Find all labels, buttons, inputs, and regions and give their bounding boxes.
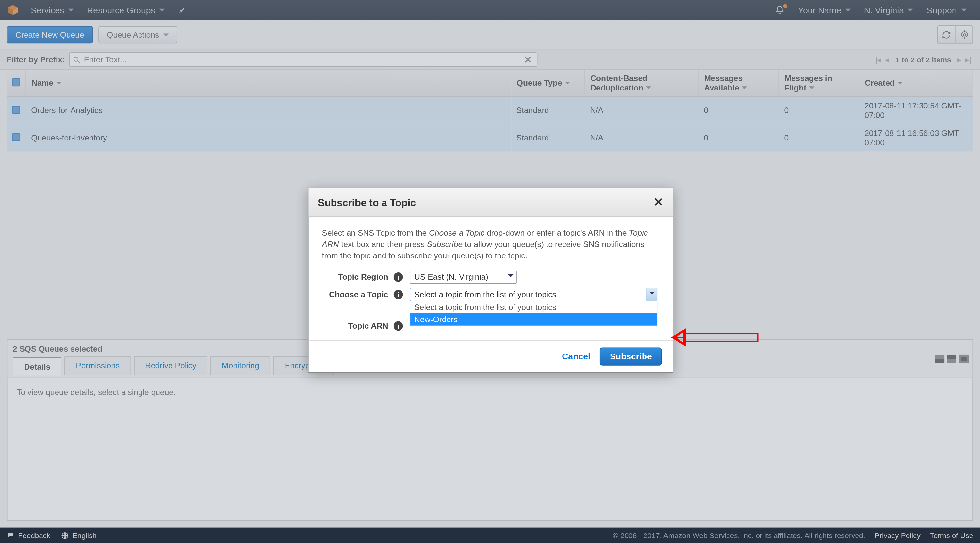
cancel-button[interactable]: Cancel [562,352,590,362]
subscribe-button[interactable]: Subscribe [600,348,662,366]
info-icon[interactable]: i [394,322,403,331]
modal-footer: Cancel Subscribe [309,341,673,373]
row-topic-region: Topic Region i US East (N. Virginia) [322,271,660,284]
choose-topic-select[interactable]: Select a topic from the list of your top… [410,288,657,301]
footer-copyright: © 2008 - 2017, Amazon Web Services, Inc.… [613,532,865,540]
modal-title: Subscribe to a Topic [318,196,416,208]
footer-feedback[interactable]: Feedback [6,532,50,540]
chevron-down-icon [505,272,516,283]
choose-topic-dropdown: Select a topic from the list of your top… [410,301,657,326]
subscribe-modal: Subscribe to a Topic ✕ Select an SNS Top… [308,188,674,373]
footer: Feedback English © 2008 - 2017, Amazon W… [0,528,980,543]
speech-bubble-icon [6,532,15,540]
label-choose-topic: Choose a Topic [322,290,392,299]
label-topic-region: Topic Region [322,273,392,282]
info-icon[interactable]: i [394,290,403,299]
footer-privacy[interactable]: Privacy Policy [875,532,920,540]
topic-option-new-orders[interactable]: New-Orders [410,314,657,326]
footer-language[interactable]: English [61,532,97,540]
info-icon[interactable]: i [394,273,403,282]
topic-option-placeholder[interactable]: Select a topic from the list of your top… [410,301,657,314]
modal-close-icon[interactable]: ✕ [653,195,663,209]
modal-header: Subscribe to a Topic ✕ [309,188,673,217]
row-choose-topic: Choose a Topic i Select a topic from the… [322,288,660,301]
chevron-down-icon [646,289,657,301]
label-topic-arn: Topic ARN [322,322,392,331]
footer-terms[interactable]: Terms of Use [930,532,973,540]
globe-icon [61,532,69,540]
modal-description: Select an SNS Topic from the Choose a To… [322,228,660,261]
topic-region-select[interactable]: US East (N. Virginia) [410,271,517,284]
